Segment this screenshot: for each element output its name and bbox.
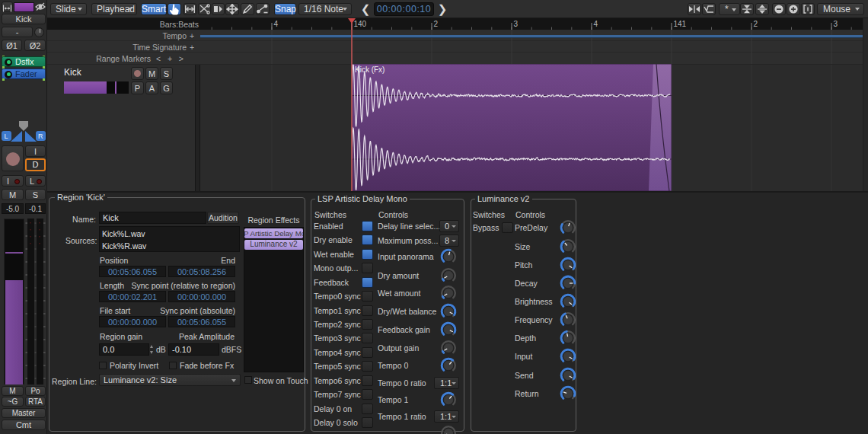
svg-text:4: 4 [274,20,279,28]
svg-text:L: L [5,132,8,140]
svg-text:3: 3 [514,20,519,28]
svg-text:140: 140 [354,20,367,28]
svg-text:4: 4 [594,20,598,28]
svg-text:2: 2 [434,20,439,28]
svg-text:2: 2 [754,20,758,28]
svg-text:141: 141 [674,20,687,28]
svg-text:Kick (Fx): Kick (Fx) [355,65,385,74]
svg-text:R: R [38,132,43,140]
svg-text:3: 3 [834,20,838,28]
